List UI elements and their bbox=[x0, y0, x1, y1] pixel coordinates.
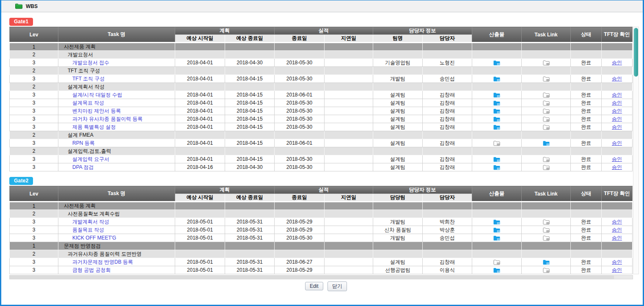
vertical-scrollbar-thumb[interactable] bbox=[634, 28, 638, 77]
delay-cell bbox=[325, 226, 373, 234]
col-person: 담당자 bbox=[423, 194, 472, 202]
folder-blue-icon[interactable] bbox=[493, 92, 500, 98]
plan-start-cell: 2018-05-01 bbox=[175, 226, 225, 234]
plan-end-cell: 2018-04-15 bbox=[225, 91, 275, 99]
approve-link[interactable]: 승인 bbox=[612, 235, 622, 241]
lev-cell: 3 bbox=[10, 266, 58, 274]
task-name-link[interactable]: RPN 등록 bbox=[72, 140, 95, 146]
actual-end-cell: 2018-05-29 bbox=[275, 226, 325, 234]
vertical-scrollbar[interactable] bbox=[633, 27, 639, 274]
plan-end-cell: 2018-04-30 bbox=[225, 163, 275, 171]
approve-link[interactable]: 승인 bbox=[612, 267, 622, 273]
folder-blue-icon[interactable] bbox=[493, 124, 500, 130]
task-name-link[interactable]: 설계입력 요구서 bbox=[72, 156, 109, 162]
folder-gray-icon[interactable] bbox=[543, 116, 550, 122]
task-name-link[interactable]: 설계/시작 대일정 수립 bbox=[72, 92, 122, 98]
task-name-link[interactable]: 벤치마킹 제안서 등록 bbox=[72, 108, 121, 114]
folder-gray-icon[interactable] bbox=[543, 219, 550, 225]
delay-cell bbox=[325, 155, 373, 163]
task-link-cell bbox=[522, 234, 571, 242]
approve-link[interactable]: 승인 bbox=[612, 227, 622, 233]
approve-link[interactable]: 승인 bbox=[612, 76, 622, 82]
folder-blue-icon[interactable] bbox=[493, 219, 500, 225]
task-name-link[interactable]: 설계목표 작성 bbox=[72, 100, 104, 106]
person-cell: 김창래 bbox=[423, 123, 472, 131]
folder-gray-icon[interactable] bbox=[543, 227, 550, 233]
task-name-link[interactable]: 품질목표 작성 bbox=[72, 227, 104, 233]
folder-gray-icon[interactable] bbox=[543, 165, 550, 170]
confirm-cell: 승인 bbox=[602, 107, 633, 115]
status-cell: 완료 bbox=[571, 163, 602, 171]
folder-blue-icon[interactable] bbox=[493, 165, 500, 170]
approve-link[interactable]: 승인 bbox=[612, 140, 622, 146]
folder-gray-icon[interactable] bbox=[543, 157, 550, 162]
lev-cell: 1 bbox=[10, 43, 58, 51]
task-name-link[interactable]: 과거차문제점 반영DB 등록 bbox=[72, 259, 133, 265]
approve-link[interactable]: 승인 bbox=[612, 156, 622, 162]
task-name-link[interactable]: TFT 조직 구성 bbox=[72, 76, 105, 82]
folder-gray-icon[interactable] bbox=[543, 267, 550, 273]
status-cell: 완료 bbox=[571, 59, 602, 67]
horizontal-scrollbar-thumb[interactable] bbox=[10, 276, 614, 279]
task-row: 3 설계입력 요구서 2018-04-01 2018-04-15 2018-05… bbox=[10, 155, 633, 163]
footer-buttons: Edit 닫기 bbox=[9, 281, 643, 291]
folder-gray-icon[interactable] bbox=[543, 92, 550, 98]
task-name-link[interactable]: 개발계획서 작성 bbox=[72, 219, 109, 225]
close-button[interactable]: 닫기 bbox=[328, 281, 347, 291]
col-task-link: Task Link bbox=[522, 186, 571, 202]
wbs-content: Gate1 Lev Task 명 계획 실적 담당자 정보 산출물 Task L… bbox=[1, 12, 643, 291]
approve-link[interactable]: 승인 bbox=[612, 219, 622, 225]
folder-blue-icon[interactable] bbox=[543, 259, 550, 265]
approve-link[interactable]: 승인 bbox=[612, 108, 622, 114]
folder-blue-icon[interactable] bbox=[543, 141, 550, 146]
approve-link[interactable]: 승인 bbox=[612, 92, 622, 98]
folder-gray-icon[interactable] bbox=[543, 60, 550, 66]
tables-scroll-area: Gate1 Lev Task 명 계획 실적 담당자 정보 산출물 Task L… bbox=[9, 17, 639, 274]
folder-blue-icon[interactable] bbox=[493, 157, 500, 162]
approve-link[interactable]: 승인 bbox=[612, 259, 622, 265]
approve-link[interactable]: 승인 bbox=[612, 100, 622, 106]
task-name-link[interactable]: 과거차 유사차종 품질이력 등록 bbox=[72, 116, 143, 122]
approve-link[interactable]: 승인 bbox=[612, 116, 622, 122]
actual-end-cell: 2018-05-30 bbox=[275, 99, 325, 107]
task-name-cell: 제품 특별특성 설정 bbox=[58, 123, 175, 131]
folder-blue-icon[interactable] bbox=[493, 76, 500, 82]
task-link-cell bbox=[522, 266, 571, 274]
approve-link[interactable]: 승인 bbox=[612, 124, 622, 130]
col-actual-group: 실적 bbox=[275, 186, 373, 194]
folder-blue-icon[interactable] bbox=[493, 116, 500, 122]
folder-blue-icon[interactable] bbox=[493, 227, 500, 233]
folder-blue-icon[interactable] bbox=[493, 60, 500, 66]
folder-gray-icon[interactable] bbox=[543, 100, 550, 106]
folder-gray-icon[interactable] bbox=[543, 108, 550, 114]
plan-end-cell: 2018-05-31 bbox=[225, 258, 275, 266]
folder-gray-icon[interactable] bbox=[543, 235, 550, 241]
approve-link[interactable]: 승인 bbox=[612, 164, 622, 170]
task-row: 3 TFT 조직 구성 2018-04-01 2018-04-15 2018-0… bbox=[10, 75, 633, 83]
task-name-link[interactable]: 제품 특별특성 설정 bbox=[72, 124, 116, 130]
plan-end-cell: 2018-04-15 bbox=[225, 99, 275, 107]
folder-gray-icon[interactable] bbox=[543, 124, 550, 130]
folder-blue-icon[interactable] bbox=[493, 235, 500, 241]
folder-blue-icon[interactable] bbox=[493, 100, 500, 106]
col-task: Task 명 bbox=[58, 186, 175, 202]
task-name-link[interactable]: 개발요청서 접수 bbox=[72, 60, 109, 66]
team-cell: 설계팀 bbox=[373, 107, 423, 115]
task-name-link[interactable]: DPA 점검 bbox=[72, 164, 94, 170]
folder-gray-icon[interactable] bbox=[493, 141, 500, 146]
lev-cell: 2 bbox=[10, 51, 58, 59]
wbs-table-gate1: Lev Task 명 계획 실적 담당자 정보 산출물 Task Link 상태… bbox=[9, 27, 633, 171]
edit-button[interactable]: Edit bbox=[305, 282, 323, 290]
folder-blue-icon[interactable] bbox=[493, 108, 500, 114]
folder-blue-icon[interactable] bbox=[493, 267, 500, 273]
task-name-link[interactable]: 금형 공법 공청회 bbox=[72, 267, 111, 273]
task-name-link[interactable]: KICK OFF MEET'G bbox=[72, 235, 116, 241]
task-row: 3 제품 특별특성 설정 2018-04-01 2018-04-15 2018-… bbox=[10, 123, 633, 131]
lev-cell: 1 bbox=[10, 202, 58, 210]
approve-link[interactable]: 승인 bbox=[612, 60, 622, 66]
task-row: 3 설계목표 작성 2018-04-01 2018-04-15 2018-05-… bbox=[10, 99, 633, 107]
folder-gray-icon[interactable] bbox=[493, 259, 500, 265]
folder-gray-icon[interactable] bbox=[543, 76, 550, 82]
col-person: 담당자 bbox=[423, 35, 472, 43]
horizontal-scrollbar[interactable] bbox=[9, 275, 633, 279]
